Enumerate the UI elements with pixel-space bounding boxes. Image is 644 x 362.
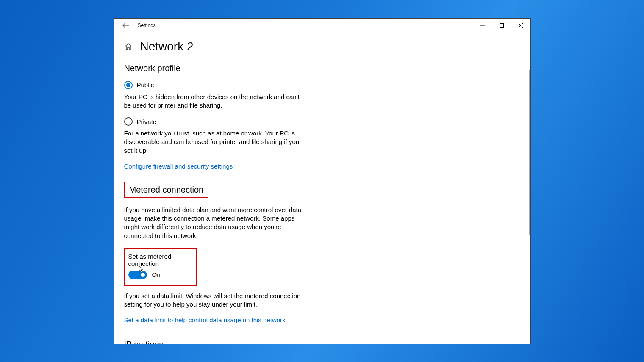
private-description: For a network you trust, such as at home… — [124, 129, 306, 155]
data-limit-link[interactable]: Set a data limit to help control data us… — [124, 316, 286, 323]
back-button[interactable] — [117, 19, 134, 32]
titlebar: Settings — [114, 19, 530, 32]
metered-toggle[interactable] — [128, 271, 147, 279]
scrollbar[interactable] — [529, 70, 530, 235]
svg-rect-1 — [500, 23, 504, 27]
metered-description: If you have a limited data plan and want… — [124, 206, 306, 240]
content-scroll: Network 2 Network profile Public Your PC… — [114, 32, 530, 344]
window-controls — [473, 19, 530, 32]
maximize-icon — [500, 23, 504, 28]
radio-private-indicator — [124, 117, 133, 126]
metered-toggle-label: Set as metered connection — [128, 253, 191, 267]
radio-public[interactable]: Public — [124, 81, 520, 89]
toggle-knob — [141, 273, 145, 277]
minimize-icon — [480, 23, 485, 28]
metered-heading-highlight: Metered connection — [124, 182, 209, 198]
public-description: Your PC is hidden from other devices on … — [124, 93, 306, 110]
content-area: Network 2 Network profile Public Your PC… — [114, 32, 530, 344]
home-icon[interactable] — [124, 42, 133, 51]
metered-toggle-highlight: Set as metered connection On — [124, 248, 197, 286]
radio-private[interactable]: Private — [124, 117, 520, 126]
back-arrow-icon — [122, 22, 129, 29]
maximize-button[interactable] — [492, 19, 511, 32]
app-title: Settings — [138, 22, 156, 28]
metered-toggle-state: On — [152, 271, 161, 278]
radio-public-label: Public — [137, 81, 154, 88]
firewall-link[interactable]: Configure firewall and security settings — [124, 163, 233, 170]
page-title: Network 2 — [140, 40, 194, 53]
radio-public-indicator — [124, 81, 133, 89]
radio-private-label: Private — [137, 118, 157, 125]
data-limit-description: If you set a data limit, Windows will se… — [124, 292, 306, 309]
minimize-button[interactable] — [473, 19, 492, 32]
page-header: Network 2 — [124, 40, 520, 53]
close-icon — [519, 23, 523, 28]
ip-settings-heading: IP settings — [124, 340, 520, 343]
network-profile-heading: Network profile — [124, 64, 520, 73]
settings-window: Settings Network 2 Network profile — [114, 18, 531, 344]
close-button[interactable] — [511, 19, 530, 32]
metered-heading: Metered connection — [129, 185, 204, 195]
